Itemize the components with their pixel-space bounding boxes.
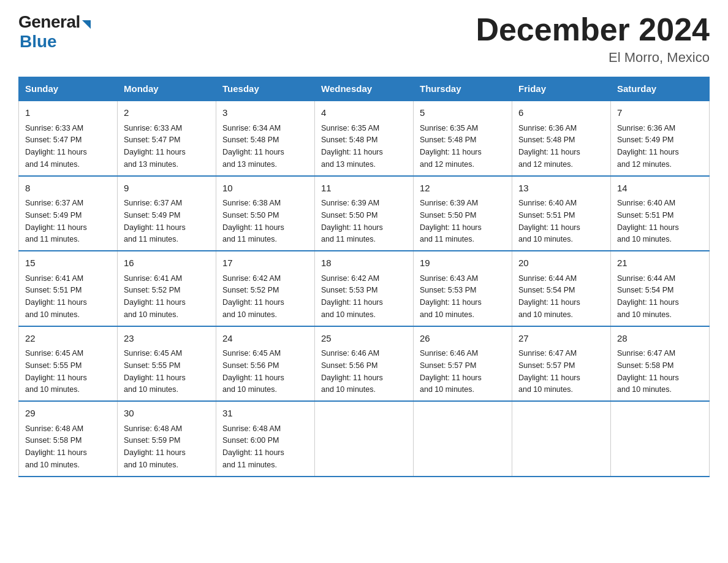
day-info: Sunrise: 6:41 AMSunset: 5:51 PMDaylight:… [25, 274, 87, 319]
calendar-cell: 20Sunrise: 6:44 AMSunset: 5:54 PMDayligh… [512, 251, 611, 326]
day-number: 27 [518, 332, 604, 346]
calendar-cell: 15Sunrise: 6:41 AMSunset: 5:51 PMDayligh… [19, 251, 118, 326]
day-info: Sunrise: 6:39 AMSunset: 5:50 PMDaylight:… [321, 199, 383, 243]
day-number: 31 [222, 407, 308, 421]
calendar-cell: 6Sunrise: 6:36 AMSunset: 5:48 PMDaylight… [512, 101, 611, 176]
day-info: Sunrise: 6:48 AMSunset: 6:00 PMDaylight:… [222, 424, 284, 469]
calendar-cell: 3Sunrise: 6:34 AMSunset: 5:48 PMDaylight… [216, 101, 315, 176]
day-number: 15 [25, 256, 111, 270]
day-number: 18 [321, 256, 407, 270]
day-number: 5 [420, 106, 506, 120]
day-number: 12 [420, 182, 506, 196]
logo-general-text: General [18, 12, 80, 32]
day-info: Sunrise: 6:42 AMSunset: 5:53 PMDaylight:… [321, 274, 383, 319]
day-number: 22 [25, 332, 111, 346]
day-info: Sunrise: 6:44 AMSunset: 5:54 PMDaylight:… [617, 274, 679, 319]
calendar-cell: 9Sunrise: 6:37 AMSunset: 5:49 PMDaylight… [118, 176, 216, 251]
calendar-week-row: 15Sunrise: 6:41 AMSunset: 5:51 PMDayligh… [19, 251, 710, 326]
day-info: Sunrise: 6:33 AMSunset: 5:47 PMDaylight:… [25, 124, 87, 169]
header-thursday: Thursday [414, 77, 512, 101]
title-section: December 2024 El Morro, Mexico [476, 12, 710, 66]
calendar-week-row: 8Sunrise: 6:37 AMSunset: 5:49 PMDaylight… [19, 176, 710, 251]
day-info: Sunrise: 6:45 AMSunset: 5:55 PMDaylight:… [124, 349, 186, 394]
day-number: 3 [222, 106, 308, 120]
day-number: 25 [321, 332, 407, 346]
location: El Morro, Mexico [476, 50, 710, 66]
calendar-cell: 13Sunrise: 6:40 AMSunset: 5:51 PMDayligh… [512, 176, 611, 251]
day-info: Sunrise: 6:35 AMSunset: 5:48 PMDaylight:… [321, 124, 383, 169]
calendar-cell: 30Sunrise: 6:48 AMSunset: 5:59 PMDayligh… [118, 401, 216, 477]
day-info: Sunrise: 6:40 AMSunset: 5:51 PMDaylight:… [518, 199, 580, 243]
calendar-cell: 2Sunrise: 6:33 AMSunset: 5:47 PMDaylight… [118, 101, 216, 176]
day-number: 7 [617, 106, 703, 120]
day-number: 30 [124, 407, 210, 421]
day-number: 4 [321, 106, 407, 120]
calendar-week-row: 1Sunrise: 6:33 AMSunset: 5:47 PMDaylight… [19, 101, 710, 176]
logo-arrow-icon [82, 20, 91, 29]
day-number: 1 [25, 106, 111, 120]
header-wednesday: Wednesday [315, 77, 414, 101]
page-header: General Blue December 2024 El Morro, Mex… [18, 12, 710, 66]
day-info: Sunrise: 6:46 AMSunset: 5:57 PMDaylight:… [420, 349, 482, 394]
day-number: 2 [124, 106, 210, 120]
day-info: Sunrise: 6:46 AMSunset: 5:56 PMDaylight:… [321, 349, 383, 394]
calendar-cell: 4Sunrise: 6:35 AMSunset: 5:48 PMDaylight… [315, 101, 414, 176]
calendar-cell: 25Sunrise: 6:46 AMSunset: 5:56 PMDayligh… [315, 326, 414, 402]
day-info: Sunrise: 6:36 AMSunset: 5:49 PMDaylight:… [617, 124, 679, 169]
day-info: Sunrise: 6:48 AMSunset: 5:58 PMDaylight:… [25, 424, 87, 469]
day-number: 16 [124, 256, 210, 270]
calendar-cell: 29Sunrise: 6:48 AMSunset: 5:58 PMDayligh… [19, 401, 118, 477]
day-info: Sunrise: 6:44 AMSunset: 5:54 PMDaylight:… [518, 274, 580, 319]
day-info: Sunrise: 6:42 AMSunset: 5:52 PMDaylight:… [222, 274, 284, 319]
logo: General Blue [18, 12, 91, 52]
calendar-cell [512, 401, 611, 477]
day-number: 24 [222, 332, 308, 346]
calendar-cell: 14Sunrise: 6:40 AMSunset: 5:51 PMDayligh… [611, 176, 710, 251]
day-info: Sunrise: 6:45 AMSunset: 5:56 PMDaylight:… [222, 349, 284, 394]
day-info: Sunrise: 6:33 AMSunset: 5:47 PMDaylight:… [124, 124, 186, 169]
day-info: Sunrise: 6:40 AMSunset: 5:51 PMDaylight:… [617, 199, 679, 243]
calendar-cell: 10Sunrise: 6:38 AMSunset: 5:50 PMDayligh… [216, 176, 315, 251]
calendar-cell: 23Sunrise: 6:45 AMSunset: 5:55 PMDayligh… [118, 326, 216, 402]
calendar-cell: 16Sunrise: 6:41 AMSunset: 5:52 PMDayligh… [118, 251, 216, 326]
header-saturday: Saturday [611, 77, 710, 101]
day-number: 28 [617, 332, 703, 346]
calendar-cell [414, 401, 512, 477]
day-number: 23 [124, 332, 210, 346]
header-tuesday: Tuesday [216, 77, 315, 101]
calendar-cell: 7Sunrise: 6:36 AMSunset: 5:49 PMDaylight… [611, 101, 710, 176]
calendar-cell: 26Sunrise: 6:46 AMSunset: 5:57 PMDayligh… [414, 326, 512, 402]
day-info: Sunrise: 6:35 AMSunset: 5:48 PMDaylight:… [420, 124, 482, 169]
day-info: Sunrise: 6:47 AMSunset: 5:58 PMDaylight:… [617, 349, 679, 394]
calendar-cell: 17Sunrise: 6:42 AMSunset: 5:52 PMDayligh… [216, 251, 315, 326]
calendar-week-row: 29Sunrise: 6:48 AMSunset: 5:58 PMDayligh… [19, 401, 710, 477]
calendar-cell: 28Sunrise: 6:47 AMSunset: 5:58 PMDayligh… [611, 326, 710, 402]
calendar-cell: 18Sunrise: 6:42 AMSunset: 5:53 PMDayligh… [315, 251, 414, 326]
day-number: 13 [518, 182, 604, 196]
calendar-week-row: 22Sunrise: 6:45 AMSunset: 5:55 PMDayligh… [19, 326, 710, 402]
day-info: Sunrise: 6:37 AMSunset: 5:49 PMDaylight:… [124, 199, 186, 243]
header-friday: Friday [512, 77, 611, 101]
day-info: Sunrise: 6:39 AMSunset: 5:50 PMDaylight:… [420, 199, 482, 243]
logo-blue-text: Blue [20, 32, 57, 52]
day-number: 29 [25, 407, 111, 421]
calendar-cell [611, 401, 710, 477]
day-number: 11 [321, 182, 407, 196]
day-info: Sunrise: 6:41 AMSunset: 5:52 PMDaylight:… [124, 274, 186, 319]
calendar-cell: 27Sunrise: 6:47 AMSunset: 5:57 PMDayligh… [512, 326, 611, 402]
header-monday: Monday [118, 77, 216, 101]
day-info: Sunrise: 6:37 AMSunset: 5:49 PMDaylight:… [25, 199, 87, 243]
day-info: Sunrise: 6:38 AMSunset: 5:50 PMDaylight:… [222, 199, 284, 243]
calendar-cell: 5Sunrise: 6:35 AMSunset: 5:48 PMDaylight… [414, 101, 512, 176]
day-info: Sunrise: 6:47 AMSunset: 5:57 PMDaylight:… [518, 349, 580, 394]
day-number: 19 [420, 256, 506, 270]
day-info: Sunrise: 6:34 AMSunset: 5:48 PMDaylight:… [222, 124, 284, 169]
calendar-cell: 19Sunrise: 6:43 AMSunset: 5:53 PMDayligh… [414, 251, 512, 326]
day-number: 21 [617, 256, 703, 270]
calendar-cell: 12Sunrise: 6:39 AMSunset: 5:50 PMDayligh… [414, 176, 512, 251]
day-number: 20 [518, 256, 604, 270]
calendar-cell: 8Sunrise: 6:37 AMSunset: 5:49 PMDaylight… [19, 176, 118, 251]
month-title: December 2024 [476, 12, 710, 47]
day-number: 6 [518, 106, 604, 120]
day-number: 14 [617, 182, 703, 196]
